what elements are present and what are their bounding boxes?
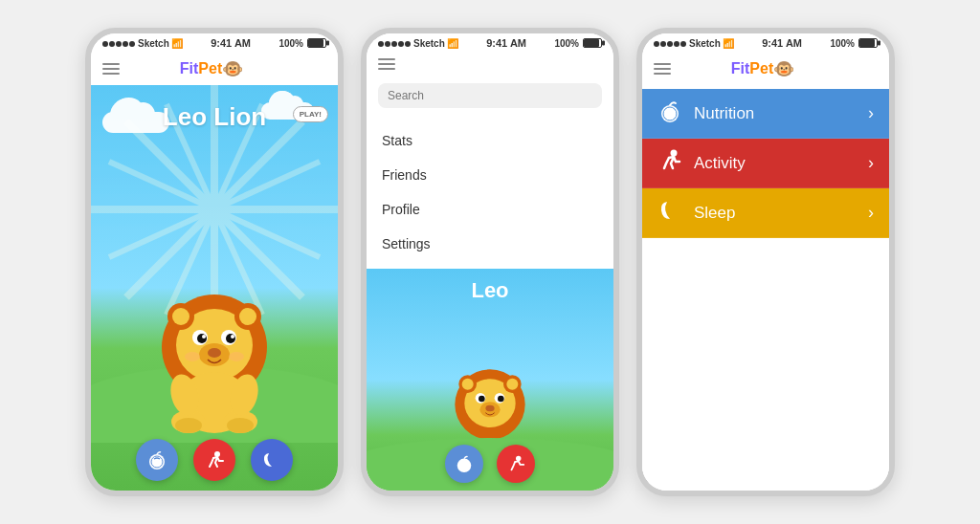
run-icon: [204, 449, 225, 470]
svg-point-12: [172, 308, 189, 325]
run-cat-icon: [657, 148, 682, 173]
nav-sleep-button[interactable]: [251, 439, 293, 481]
svg-point-18: [202, 335, 206, 338]
category-activity[interactable]: Activity ›: [642, 139, 889, 188]
screen3-body: Nutrition ›: [642, 85, 889, 491]
nutrition-label: Nutrition: [694, 104, 754, 123]
screen2-peek-area: Leo: [367, 269, 613, 491]
status-left-3: Sketch 📶: [654, 38, 734, 49]
peek-nav-activity[interactable]: [497, 445, 535, 483]
sleep-arrow: ›: [868, 203, 874, 223]
apple-icon: [146, 449, 167, 470]
screen2-body: Stats Friends Profile Settings Leo: [367, 76, 613, 491]
battery-icon: [307, 38, 326, 48]
category-nutrition[interactable]: Nutrition ›: [642, 89, 889, 139]
menu-item-settings[interactable]: Settings: [367, 227, 613, 261]
nutrition-arrow: ›: [868, 103, 874, 123]
battery-label-3: 100%: [830, 38, 855, 49]
signal-dots-2: [378, 38, 412, 49]
network-label-3: Sketch: [689, 38, 721, 49]
status-bar-3: Sketch 📶 9:41 AM 100%: [642, 33, 889, 53]
moon-icon: [261, 449, 282, 470]
phone-2: Sketch 📶 9:41 AM 100% Stats Friends P: [361, 28, 619, 496]
activity-icon: [657, 148, 682, 178]
content-area: [642, 238, 889, 491]
svg-point-19: [231, 335, 234, 338]
category-list: Nutrition ›: [642, 89, 889, 238]
logo-pet-3: Pet: [749, 60, 773, 77]
svg-point-17: [226, 334, 235, 343]
status-right-3: 100%: [830, 38, 878, 49]
hamburger-menu-2[interactable]: [378, 58, 395, 70]
time-display-2: 9:41 AM: [486, 37, 526, 49]
wifi-icon-3: 📶: [723, 38, 734, 49]
peek-nav-nutrition[interactable]: [445, 445, 483, 483]
moon-cat-icon: [657, 198, 682, 223]
logo-fit-3: Fit: [731, 60, 750, 77]
wifi-icon-2: 📶: [447, 38, 458, 49]
logo-fit: Fit: [180, 60, 199, 77]
svg-point-48: [661, 105, 679, 122]
play-button[interactable]: PLAY!: [293, 106, 328, 122]
svg-point-46: [457, 459, 472, 473]
lion-svg: [143, 261, 286, 433]
svg-point-13: [239, 308, 256, 325]
logo-monkey-icon: 🐵: [222, 58, 243, 79]
status-bar-1: Sketch 📶 9:41 AM 100%: [91, 33, 338, 53]
svg-point-45: [485, 405, 494, 412]
menu-item-friends[interactable]: Friends: [367, 158, 613, 192]
status-bar-2: Sketch 📶 9:41 AM 100%: [367, 33, 613, 53]
peek-hero-name: Leo: [367, 278, 613, 303]
lion-character: [143, 261, 286, 433]
status-left-2: Sketch 📶: [378, 38, 458, 49]
menu-list: Stats Friends Profile Settings: [367, 116, 613, 269]
battery-label-2: 100%: [554, 38, 579, 49]
menu-item-profile[interactable]: Profile: [367, 192, 613, 227]
battery-icon-2: [583, 38, 602, 48]
wifi-icon: 📶: [171, 38, 183, 49]
battery-label: 100%: [278, 38, 303, 49]
network-label-2: Sketch: [413, 38, 445, 49]
cat-activity-left: Activity: [657, 148, 746, 178]
bottom-nav: [91, 431, 338, 491]
activity-label: Activity: [694, 154, 746, 173]
app-logo-3: FitPet 🐵: [731, 58, 794, 79]
signal-dots: [102, 38, 136, 49]
hamburger-menu[interactable]: [102, 63, 120, 75]
peek-nav: [367, 445, 613, 483]
svg-point-38: [462, 379, 474, 390]
phone-3: Sketch 📶 9:41 AM 100% FitPet 🐵: [636, 28, 895, 496]
activity-arrow: ›: [868, 153, 874, 173]
svg-point-16: [197, 334, 207, 343]
svg-point-43: [498, 396, 504, 403]
search-input[interactable]: [378, 83, 602, 108]
logo-monkey-icon-3: 🐵: [773, 58, 794, 79]
status-left: Sketch 📶: [102, 38, 183, 49]
nav-activity-button[interactable]: [193, 439, 235, 481]
logo-pet: Pet: [198, 60, 222, 77]
screen1-body: Leo Lion PLAY!: [91, 85, 338, 491]
network-label: Sketch: [138, 38, 169, 49]
svg-point-21: [208, 348, 221, 358]
svg-point-22: [185, 352, 200, 361]
time-display: 9:41 AM: [211, 37, 251, 49]
phone-1: Sketch 📶 9:41 AM 100% FitPet 🐵: [85, 28, 344, 496]
menu-item-stats[interactable]: Stats: [367, 123, 613, 158]
svg-point-23: [229, 352, 244, 361]
app-logo: FitPet 🐵: [180, 58, 243, 79]
category-sleep[interactable]: Sleep ›: [642, 188, 889, 238]
sleep-icon: [657, 198, 682, 228]
sleep-label: Sleep: [694, 204, 735, 223]
battery-icon-3: [858, 38, 878, 48]
signal-dots-3: [654, 38, 687, 49]
svg-point-50: [671, 150, 678, 157]
status-right: 100%: [278, 38, 326, 49]
nutrition-icon: [657, 98, 682, 128]
cat-sleep-left: Sleep: [657, 198, 735, 228]
svg-point-39: [506, 379, 518, 390]
svg-point-42: [479, 396, 485, 403]
hamburger-menu-3[interactable]: [654, 63, 671, 75]
nav-nutrition-button[interactable]: [136, 439, 178, 481]
time-display-3: 9:41 AM: [762, 37, 802, 49]
apple-cat-icon: [657, 98, 682, 123]
